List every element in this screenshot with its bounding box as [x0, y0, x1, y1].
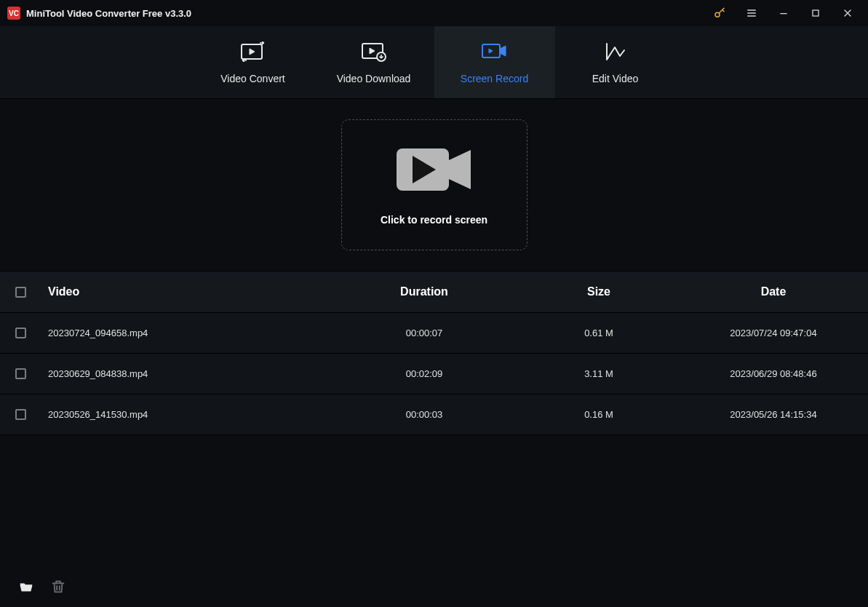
- header-date: Date: [686, 285, 861, 298]
- tab-video-download[interactable]: Video Download: [314, 26, 434, 98]
- app-logo-icon: VC: [7, 7, 20, 20]
- cell-date: 2023/06/29 08:48:46: [686, 368, 861, 379]
- cell-size: 3.11 M: [511, 368, 686, 379]
- cell-video: 20230526_141530.mp4: [41, 409, 337, 420]
- table-body: 20230724_094658.mp400:00:070.61 M2023/07…: [0, 313, 868, 435]
- recordings-table: Video Duration Size Date 20230724_094658…: [0, 271, 868, 566]
- tab-edit-video[interactable]: Edit Video: [555, 26, 676, 98]
- trash-icon: [50, 579, 66, 595]
- row-checkbox[interactable]: [15, 368, 26, 379]
- open-folder-button[interactable]: [17, 578, 35, 595]
- tab-video-convert[interactable]: Video Convert: [193, 26, 314, 98]
- tab-label: Video Convert: [220, 73, 284, 84]
- app-title: MiniTool Video Converter Free v3.3.0: [26, 8, 191, 19]
- svg-marker-14: [489, 49, 493, 53]
- table-row[interactable]: 20230629_084838.mp400:02:093.11 M2023/06…: [0, 354, 868, 394]
- screen-record-icon: [482, 41, 508, 63]
- hamburger-icon: [746, 7, 757, 19]
- cell-video: 20230629_084838.mp4: [41, 368, 337, 379]
- camera-play-icon: [394, 144, 475, 198]
- main-tabs: Video Convert Video Download: [0, 26, 868, 99]
- tab-label: Screen Record: [461, 73, 528, 84]
- svg-marker-11: [370, 48, 375, 54]
- row-checkbox[interactable]: [15, 328, 26, 338]
- table-row[interactable]: 20230724_094658.mp400:00:070.61 M2023/07…: [0, 313, 868, 354]
- tab-label: Edit Video: [592, 73, 639, 84]
- row-checkbox[interactable]: [15, 409, 26, 420]
- cell-duration: 00:00:03: [337, 409, 511, 420]
- close-icon: [842, 7, 853, 19]
- tab-screen-record[interactable]: Screen Record: [434, 26, 555, 98]
- table-header: Video Duration Size Date: [0, 271, 868, 313]
- svg-marker-9: [250, 49, 255, 55]
- folder-open-icon: [18, 579, 34, 595]
- titlebar: VC MiniTool Video Converter Free v3.3.0: [0, 0, 868, 26]
- select-all-checkbox[interactable]: [15, 287, 26, 298]
- cell-size: 0.16 M: [511, 409, 686, 420]
- svg-rect-5: [813, 10, 819, 16]
- header-duration: Duration: [337, 285, 511, 298]
- cell-duration: 00:00:07: [337, 328, 511, 338]
- cell-size: 0.61 M: [511, 328, 686, 338]
- cell-video: 20230724_094658.mp4: [41, 328, 337, 338]
- header-video: Video: [41, 285, 337, 298]
- app-window: VC MiniTool Video Converter Free v3.3.0: [0, 0, 868, 607]
- footer: [0, 566, 868, 607]
- key-icon: [713, 7, 726, 20]
- video-download-icon: [362, 41, 386, 63]
- edit-video-icon: [605, 41, 626, 63]
- record-area: Click to record screen: [0, 99, 868, 271]
- table-row[interactable]: 20230526_141530.mp400:00:030.16 M2023/05…: [0, 394, 868, 435]
- menu-button[interactable]: [736, 0, 768, 26]
- tab-label: Video Download: [337, 73, 411, 84]
- record-label: Click to record screen: [381, 214, 487, 226]
- video-convert-icon: [241, 41, 266, 63]
- minimize-icon: [778, 7, 789, 19]
- record-screen-button[interactable]: Click to record screen: [341, 119, 527, 250]
- header-size: Size: [511, 285, 686, 298]
- cell-duration: 00:02:09: [337, 368, 511, 379]
- cell-date: 2023/07/24 09:47:04: [686, 328, 861, 338]
- close-button[interactable]: [832, 0, 864, 26]
- cell-date: 2023/05/26 14:15:34: [686, 409, 861, 420]
- minimize-button[interactable]: [768, 0, 800, 26]
- maximize-button[interactable]: [800, 0, 832, 26]
- upgrade-key-button[interactable]: [704, 0, 736, 26]
- maximize-icon: [810, 7, 821, 19]
- delete-button[interactable]: [49, 578, 67, 595]
